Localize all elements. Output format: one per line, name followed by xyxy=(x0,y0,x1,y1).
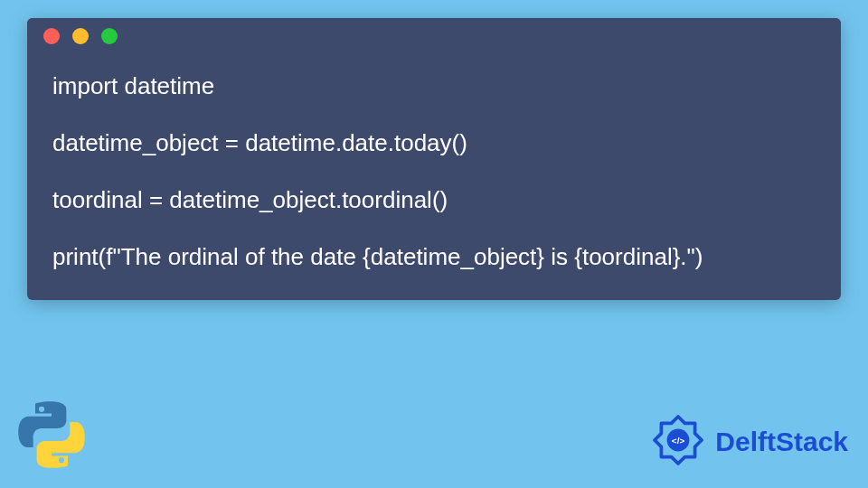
code-line-1: import datetime xyxy=(52,70,816,102)
blank-line xyxy=(52,216,816,241)
code-window: import datetime datetime_object = dateti… xyxy=(27,18,841,300)
code-line-4: print(f"The ordinal of the date {datetim… xyxy=(52,241,816,273)
blank-line xyxy=(52,159,816,184)
brand-name: DelftStack xyxy=(715,427,848,457)
minimize-icon[interactable] xyxy=(72,28,89,44)
python-logo-icon xyxy=(13,396,90,477)
window-title-bar xyxy=(27,18,841,54)
brand-block: </> DelftStack xyxy=(650,412,848,472)
maximize-icon[interactable] xyxy=(101,28,118,44)
code-line-3: toordinal = datetime_object.toordinal() xyxy=(52,184,816,216)
close-icon[interactable] xyxy=(43,28,60,44)
page-container: import datetime datetime_object = dateti… xyxy=(0,0,868,488)
code-line-2: datetime_object = datetime.date.today() xyxy=(52,127,816,159)
blank-line xyxy=(52,102,816,127)
svg-text:</>: </> xyxy=(672,436,685,446)
brand-logo-icon: </> xyxy=(650,412,706,472)
code-body: import datetime datetime_object = dateti… xyxy=(27,54,841,300)
